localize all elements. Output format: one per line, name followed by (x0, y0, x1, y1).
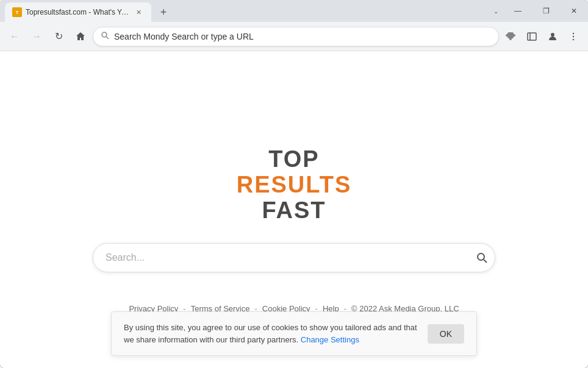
browser-frame: T Topresultsfast.com - What's Your... ✕ … (0, 0, 588, 368)
forward-button[interactable]: → (27, 27, 46, 46)
cookie-message: By using this site, you agree to our use… (124, 323, 417, 344)
profile-button[interactable] (543, 27, 562, 46)
new-tab-button[interactable]: + (154, 2, 173, 22)
close-button[interactable]: ✕ (560, 0, 588, 22)
tab-list-button[interactable]: ⌄ (490, 5, 501, 16)
extensions-button[interactable] (501, 27, 521, 46)
tab-title: Topresultsfast.com - What's Your... (26, 8, 129, 16)
tab-close-button[interactable]: ✕ (133, 7, 144, 18)
search-container (93, 243, 495, 272)
ok-button[interactable]: OK (428, 324, 464, 344)
toolbar-icons (501, 27, 583, 46)
address-text: Search Mondy Search or type a URL (114, 32, 491, 41)
svg-point-6 (573, 35, 574, 37)
svg-point-8 (478, 253, 484, 260)
sidebar-button[interactable] (522, 27, 542, 46)
svg-line-9 (484, 260, 487, 263)
minimize-button[interactable]: — (504, 0, 532, 22)
toolbar: ← → ↻ Search Mondy Search or type a URL (0, 22, 588, 51)
logo-line-bottom: FAST (262, 198, 326, 224)
restore-button[interactable]: ❐ (532, 0, 560, 22)
menu-button[interactable] (564, 27, 583, 46)
svg-point-7 (573, 38, 574, 40)
svg-point-0 (102, 32, 107, 37)
back-button[interactable]: ← (5, 27, 24, 46)
cookie-banner: By using this site, you agree to our use… (111, 311, 477, 356)
search-address-icon (101, 31, 109, 41)
cookie-text: By using this site, you agree to our use… (124, 322, 418, 345)
svg-rect-2 (528, 33, 536, 40)
page-content: TOP RESULTS FAST Privacy Policy - Terms … (0, 51, 588, 368)
active-tab[interactable]: T Topresultsfast.com - What's Your... ✕ (5, 2, 151, 22)
search-button[interactable] (476, 252, 488, 264)
search-input[interactable] (93, 243, 495, 272)
svg-point-4 (551, 33, 554, 37)
refresh-button[interactable]: ↻ (49, 27, 68, 46)
svg-point-5 (573, 32, 574, 34)
address-bar[interactable]: Search Mondy Search or type a URL (93, 27, 499, 46)
home-button[interactable] (71, 27, 90, 46)
window-controls: ⌄ — ❐ ✕ (490, 0, 588, 22)
logo-line-top: TOP (268, 147, 319, 172)
change-settings-link[interactable]: Change Settings (301, 335, 359, 344)
logo-line-middle: RESULTS (237, 172, 352, 198)
svg-line-1 (106, 37, 109, 39)
logo: TOP RESULTS FAST (237, 147, 352, 223)
tab-favicon: T (12, 7, 22, 17)
